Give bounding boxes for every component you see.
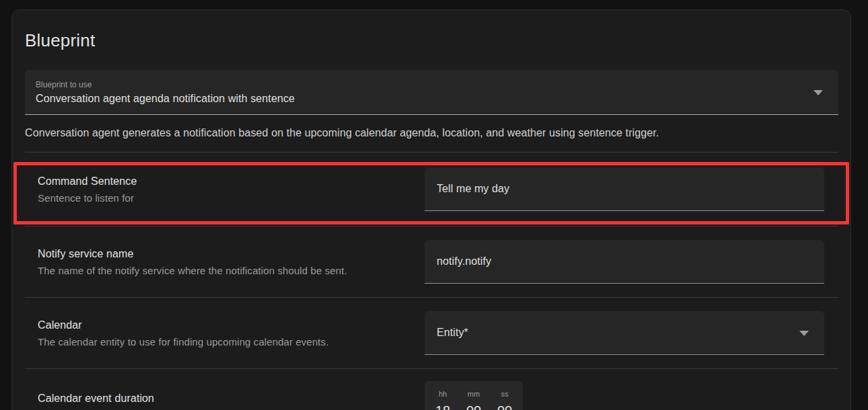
row-label: Calendar — [38, 318, 408, 333]
blueprint-picker-value: Conversation agent agenda notification w… — [36, 93, 806, 105]
calendar-entity-select-value: Entity* — [437, 327, 468, 339]
dropdown-caret-icon — [813, 90, 823, 95]
command-sentence-field — [425, 167, 824, 211]
blueprint-inputs-list: Command Sentence Sentence to listen for … — [25, 152, 838, 410]
row-description: Sentence to listen for — [38, 192, 408, 205]
settings-row-command-sentence: Command Sentence Sentence to listen for — [25, 152, 838, 226]
row-description: The name of the notify service where the… — [38, 264, 408, 278]
row-description: The calendar entity to use for finding u… — [38, 335, 408, 349]
row-label: Notify service name — [38, 247, 408, 261]
row-label: Calendar event duration — [38, 391, 408, 406]
row-label: Command Sentence — [38, 174, 408, 189]
dropdown-caret-icon — [799, 331, 809, 336]
command-sentence-input[interactable] — [437, 183, 795, 195]
blueprint-config-card: Blueprint Blueprint to use Conversation … — [11, 9, 851, 410]
duration-hours-input[interactable] — [431, 403, 454, 410]
duration-seconds-label: ss — [501, 390, 509, 399]
page-title: Blueprint — [25, 30, 838, 50]
duration-seconds-input[interactable] — [493, 403, 516, 410]
duration-minutes-label: mm — [468, 390, 480, 399]
settings-row-notify-service: Notify service name The name of the noti… — [25, 226, 838, 297]
notify-service-input[interactable] — [437, 255, 795, 268]
duration-hours-label: hh — [439, 390, 447, 399]
settings-row-calendar-event-duration: Calendar event duration How many hours a… — [25, 368, 838, 410]
notify-service-field — [425, 240, 824, 284]
blueprint-description: Conversation agent generates a notificat… — [25, 126, 838, 140]
calendar-entity-select[interactable]: Entity* — [425, 311, 824, 355]
duration-minutes-input[interactable] — [462, 403, 485, 410]
blueprint-picker-label: Blueprint to use — [36, 80, 806, 90]
blueprint-picker-select[interactable]: Blueprint to use Conversation agent agen… — [25, 70, 838, 115]
duration-field: hh : mm : ss — [425, 381, 523, 410]
settings-row-calendar: Calendar The calendar entity to use for … — [25, 297, 838, 368]
